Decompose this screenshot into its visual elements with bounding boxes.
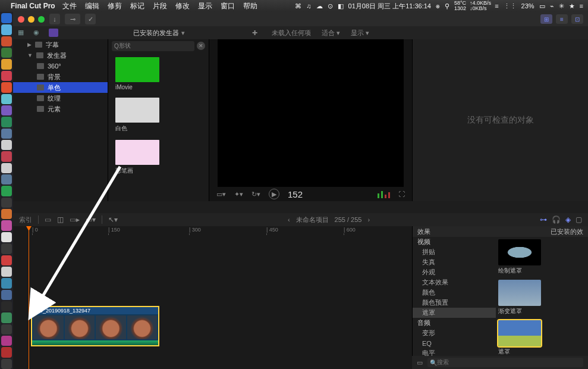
dock-item[interactable] [1,347,12,357]
menu-file[interactable]: 文件 [62,1,77,11]
insert-clip-icon[interactable]: ◫ [57,215,64,224]
generator-item[interactable]: 白色 [108,93,209,135]
dock-item[interactable] [1,151,12,161]
status-icon[interactable]: ⎈ [436,2,440,10]
clear-search-icon[interactable]: ✕ [197,42,205,50]
sidebar-item[interactable]: 360° [13,61,108,71]
retime-menu[interactable]: ↻▾ [251,190,260,198]
transform-menu[interactable]: ▭▾ [216,190,226,198]
sidebar-item[interactable]: ▶字幕 [13,39,108,50]
status-notifications-icon[interactable]: ≡ [580,2,583,10]
viewer-timecode[interactable]: 152 [288,189,303,199]
status-icon[interactable]: ⚲ [445,2,449,10]
status-battery[interactable]: 23% [521,2,534,10]
menu-trim[interactable]: 修剪 [108,1,122,11]
effects-category[interactable]: 音频 [413,318,496,328]
dock-item[interactable] [1,312,12,323]
menu-view[interactable]: 显示 [198,1,212,11]
effects-category[interactable]: 变形 [413,328,496,338]
sidebar-item[interactable]: 单色 [13,82,108,93]
effects-category[interactable]: 颜色预置 [413,298,496,308]
project-name[interactable]: 未命名项目 [296,215,329,224]
maximize-button[interactable] [38,16,45,23]
dock-item[interactable] [1,336,12,346]
timeline-ruler[interactable]: | 0| 150| 300| 450| 600 [13,226,412,236]
app-name[interactable]: Final Cut Pro [11,2,55,10]
dock-item[interactable] [1,24,12,35]
status-icon[interactable]: ♫ [306,2,311,10]
dock-item[interactable] [1,267,12,277]
render-button[interactable]: ✓ [85,14,96,24]
effect-item[interactable]: 遮罩 [498,320,541,356]
dock-item[interactable] [1,174,12,185]
dock-item[interactable] [1,209,12,219]
nav-back-icon[interactable]: ‹ [288,216,290,223]
menu-mark[interactable]: 标记 [130,1,144,11]
minimize-button[interactable] [28,16,34,23]
effect-item[interactable]: 渐变遮罩 [498,280,541,315]
dock-item[interactable] [1,198,12,208]
status-icon[interactable]: ⊙ [328,2,333,10]
show-menu[interactable]: 显示 ▾ [351,29,369,37]
dock-item[interactable] [1,186,12,196]
dock-item[interactable] [1,48,12,58]
generator-item[interactable]: 彩笔画 [108,135,209,177]
dock-item[interactable] [1,82,12,92]
viewer-canvas[interactable] [218,39,404,187]
menu-window[interactable]: 窗口 [221,1,235,11]
dock-item[interactable] [1,278,12,288]
tools-menu[interactable]: ↖▾ [108,215,118,224]
append-clip-icon[interactable]: ▭▸ [70,215,80,224]
dock-item[interactable] [1,94,12,104]
solo-icon[interactable]: ◈ [565,215,571,224]
effects-category[interactable]: EQ [413,338,496,348]
timeline[interactable]: | 0| 150| 300| 450| 600 VID_20190918_132… [13,226,412,369]
menu-modify[interactable]: 修改 [175,1,190,11]
status-wifi-icon[interactable]: ⋮⋮ [504,2,517,10]
audio-skim-icon[interactable]: 🎧 [552,215,561,224]
dock-item[interactable] [1,59,12,69]
effects-category[interactable]: 文本效果 [413,277,496,287]
sidebar-item[interactable]: 纹理 [13,93,108,104]
dock-item[interactable] [1,105,12,115]
effects-category[interactable]: 视频 [413,237,496,247]
layout-settings-icon[interactable]: ⊡ [571,14,583,24]
library-icon[interactable]: ▦ [18,29,27,37]
status-datetime[interactable]: 01月08日 周三 上午11:36:14 [348,2,431,11]
nav-forward-icon[interactable]: › [367,216,370,223]
status-icon[interactable]: ★ [569,2,575,10]
effects-category[interactable]: 颜色 [413,287,496,298]
dock-item[interactable] [1,243,12,254]
menu-clip[interactable]: 片段 [153,1,167,11]
add-icon[interactable]: ✚ [252,29,257,37]
effects-view-icon[interactable]: ▭ [417,359,423,367]
close-button[interactable] [18,16,24,23]
sidebar-item[interactable]: ▼发生器 [13,50,108,61]
dock-item[interactable] [1,255,12,265]
connect-clip-icon[interactable]: ▭ [45,215,51,224]
status-icon[interactable]: ◧ [338,2,344,10]
browser-title[interactable]: 已安装的发生器 [133,29,179,37]
status-icon[interactable]: ☁ [316,2,323,10]
dock-item[interactable] [1,117,12,127]
sidebar-item[interactable]: 元素 [13,104,108,114]
titles-icon[interactable] [49,29,58,37]
enhance-menu[interactable]: ✦▾ [234,190,243,198]
timeline-clip[interactable]: VID_20190918_132947 [31,306,159,346]
generator-item[interactable]: iMovie [108,52,209,93]
menu-edit[interactable]: 编辑 [85,1,99,11]
layout-clips-icon[interactable]: ⊞ [540,14,552,24]
status-bluetooth-icon[interactable]: ⌁ [550,2,554,10]
dock-item[interactable] [1,163,12,173]
skimming-icon[interactable]: ⊶ [540,215,547,224]
effects-category[interactable]: 遮罩 [413,308,496,318]
import-button[interactable]: ↓ [49,14,60,24]
dock-item[interactable] [1,140,12,150]
photos-icon[interactable]: ◉ [33,29,43,37]
sidebar-item[interactable]: 背景 [13,71,108,82]
status-icon[interactable]: ✳ [559,2,564,10]
dock-item[interactable] [1,71,12,81]
dock-item[interactable] [1,232,12,242]
dock-item[interactable] [1,359,12,369]
keyword-button[interactable]: ⊸ [65,14,80,24]
